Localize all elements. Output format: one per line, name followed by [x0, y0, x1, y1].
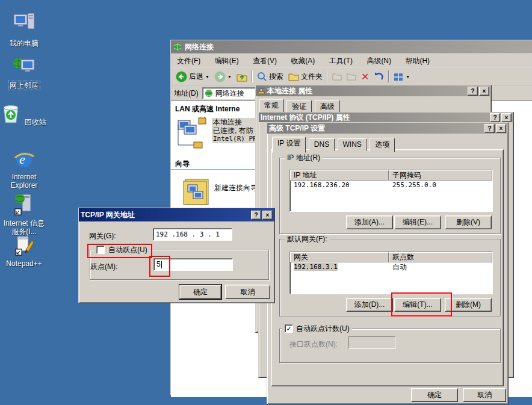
forward-button[interactable]: ▼: [212, 70, 234, 84]
undo-button[interactable]: [371, 70, 386, 82]
ip-address-row[interactable]: 192.168.236.20 255.255.0.0: [290, 181, 492, 190]
close-button[interactable]: ×: [501, 113, 512, 122]
iis-icon: [14, 193, 34, 216]
search-icon: [257, 72, 267, 82]
advanced-ok-button[interactable]: 确定: [411, 388, 458, 402]
ip-edit-button[interactable]: 编辑(E)...: [394, 215, 441, 229]
auto-metric-legend: ✓ 自动跃点计数(U): [282, 324, 352, 333]
gateway-dialog-title: TCP/IP 网关地址: [81, 210, 135, 220]
column-header-gateway[interactable]: 网关: [290, 252, 389, 262]
desktop-icon-notepadpp[interactable]: Notepad++: [0, 235, 48, 268]
ip-address-group: IP 地址(R) IP 地址 子网掩码 192.168.236.20 255.2…: [279, 158, 501, 234]
move-to-button[interactable]: [330, 71, 344, 82]
wizard-section-header: 向导: [175, 159, 190, 169]
internet-explorer-icon: e: [13, 148, 35, 170]
column-header-mask[interactable]: 子网掩码: [389, 170, 492, 181]
gateway-cancel-button[interactable]: 取消: [225, 285, 270, 299]
help-button[interactable]: ?: [251, 211, 261, 220]
close-button[interactable]: ×: [479, 87, 489, 96]
menu-edit[interactable]: 编辑(E): [209, 54, 245, 68]
menu-view[interactable]: 查看(V): [247, 54, 283, 68]
copy-to-button[interactable]: [344, 71, 359, 82]
desktop-icon-my-computer[interactable]: 我的电脑: [0, 12, 48, 48]
desktop-icon-label: Internet 信息服务(I...: [0, 219, 48, 236]
gateway-add-button[interactable]: 添加(D)...: [346, 298, 393, 312]
delete-icon: ✕: [361, 71, 369, 82]
gateway-ok-button[interactable]: 确定: [179, 285, 221, 299]
interface-metric-label: 接口跃点数(N):: [289, 339, 338, 350]
toolbar-separator: [327, 70, 328, 82]
help-button[interactable]: ?: [490, 113, 500, 122]
tab-dns[interactable]: DNS: [309, 138, 335, 151]
gateway-list[interactable]: 网关 跃点数 192.168.3.1 自动: [289, 252, 493, 294]
column-header-ip[interactable]: IP 地址: [290, 170, 389, 181]
back-button[interactable]: 后退 ▼: [173, 70, 212, 84]
advanced-cancel-button[interactable]: 取消: [463, 388, 506, 402]
desktop-icon-label: 网上邻居: [8, 81, 40, 90]
auto-metric-group: ✓ 自动跃点计数(U) 接口跃点数(N):: [279, 329, 501, 363]
ip-add-button[interactable]: 添加(A)...: [346, 215, 393, 229]
tab-ip-settings[interactable]: IP 设置: [272, 137, 306, 153]
annotation-gateway-edit-button: [391, 292, 452, 317]
close-button[interactable]: ×: [262, 211, 273, 220]
back-icon: [176, 71, 187, 82]
lan-properties-titlebar[interactable]: 本地连接 属性 ? ×: [256, 85, 491, 96]
address-label: 地址(D): [174, 88, 199, 99]
tcpip-properties-title: Internet 协议 (TCP/IP) 属性: [261, 113, 350, 122]
window-titlebar[interactable]: 网络连接: [171, 40, 532, 54]
auto-metric-checkbox[interactable]: ✓: [285, 324, 293, 333]
column-header-metric[interactable]: 跃点数: [389, 252, 492, 262]
views-button[interactable]: ▼: [391, 71, 412, 82]
local-connection-text[interactable]: 本地连接 已连接, 有防 Intel(R) PR: [212, 118, 258, 143]
advanced-tcpip-titlebar[interactable]: 高级 TCP/IP 设置 ? ×: [267, 123, 508, 134]
help-button[interactable]: ?: [484, 124, 495, 133]
ip-remove-button[interactable]: 删除(V): [445, 215, 492, 229]
menu-tools[interactable]: 工具(T): [323, 54, 359, 68]
gateway-ip-input[interactable]: 192 .168 . 3 . 1: [153, 228, 232, 241]
gateway-dialog-titlebar[interactable]: TCP/IP 网关地址 ? ×: [79, 208, 274, 221]
gateway-cell: 192.168.3.1: [290, 262, 389, 272]
desktop-icon-internet-explorer[interactable]: e Internet Explorer: [0, 148, 48, 190]
desktop-icon-network-places[interactable]: 网上邻居: [0, 56, 48, 90]
folders-label: 文件夹: [301, 72, 323, 82]
local-connection-item[interactable]: [177, 117, 211, 155]
menu-advanced[interactable]: 高级(N): [360, 54, 397, 68]
menu-help[interactable]: 帮助(H): [399, 54, 436, 68]
ip-cell: 192.168.236.20: [290, 181, 389, 190]
back-caret-icon: ▼: [205, 75, 209, 79]
mask-cell: 255.255.0.0: [389, 181, 492, 190]
folders-button[interactable]: 文件夹: [286, 70, 325, 83]
delete-button[interactable]: ✕: [359, 70, 371, 84]
back-label: 后退: [189, 72, 203, 82]
views-icon: [394, 72, 404, 81]
lan-properties-title: 本地连接 属性: [267, 86, 312, 96]
annotation-auto-metric-checkbox: [87, 244, 152, 258]
interface-metric-input[interactable]: [348, 336, 395, 349]
help-button[interactable]: ?: [468, 87, 478, 96]
lan-properties-icon: [258, 87, 265, 94]
desktop-icon-label: Notepad++: [5, 259, 43, 268]
desktop-icon-recycle-bin[interactable]: 回收站: [0, 103, 48, 126]
advanced-tcpip-dialog: 高级 TCP/IP 设置 ? × IP 设置 DNS WINS 选项 IP 地址…: [267, 122, 509, 404]
local-connection-icon: [177, 117, 211, 153]
tab-wins[interactable]: WINS: [338, 138, 367, 151]
close-button[interactable]: ×: [496, 124, 506, 133]
menu-favorites[interactable]: 收藏(A): [285, 54, 321, 68]
tab-options[interactable]: 选项: [370, 138, 395, 152]
desktop-icon-label: Internet Explorer: [0, 173, 48, 190]
tcpip-properties-titlebar[interactable]: Internet 协议 (TCP/IP) 属性 ? ×: [259, 113, 513, 122]
local-connection-device: Intel(R) PR: [213, 135, 257, 143]
gateway-row[interactable]: 192.168.3.1 自动: [290, 262, 492, 272]
ip-address-list[interactable]: IP 地址 子网掩码 192.168.236.20 255.255.0.0: [289, 170, 493, 212]
desktop-icon-iis[interactable]: Internet 信息服务(I...: [0, 193, 48, 236]
copy-to-icon: [347, 72, 356, 81]
menu-file[interactable]: 文件(F): [171, 54, 206, 68]
toolbar: 后退 ▼ ▼: [171, 67, 532, 85]
tab-page: IP 地址(R) IP 地址 子网掩码 192.168.236.20 255.2…: [271, 149, 504, 386]
gateway-field-label: 网关(G):: [89, 231, 116, 241]
search-button[interactable]: 搜索: [255, 70, 286, 83]
advanced-tcpip-title: 高级 TCP/IP 设置: [269, 123, 325, 134]
default-gateway-group: 默认网关(F): 网关 跃点数 192.168.3.1 自动 添加(D)... …: [279, 239, 501, 317]
new-connection-wizard-item[interactable]: [183, 177, 212, 209]
up-button[interactable]: [234, 70, 250, 83]
